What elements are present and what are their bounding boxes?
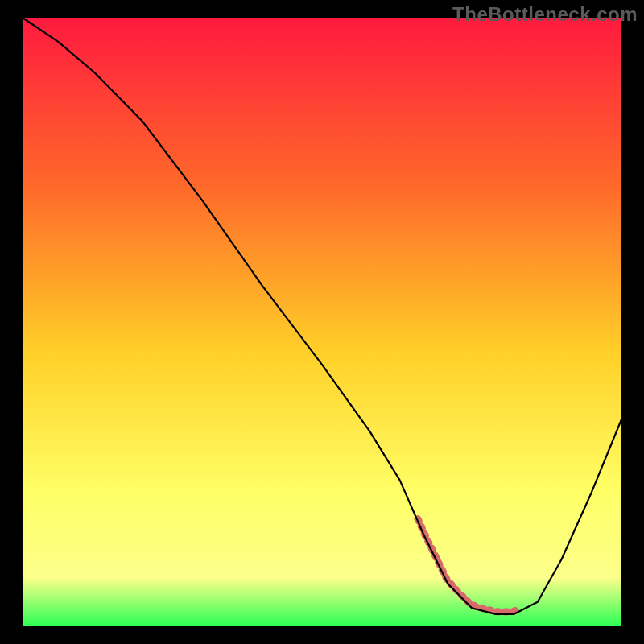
watermark-text: TheBottleneck.com xyxy=(452,3,638,26)
bottleneck-chart xyxy=(0,0,644,644)
gradient-background xyxy=(23,18,621,626)
chart-stage: TheBottleneck.com xyxy=(0,0,644,644)
